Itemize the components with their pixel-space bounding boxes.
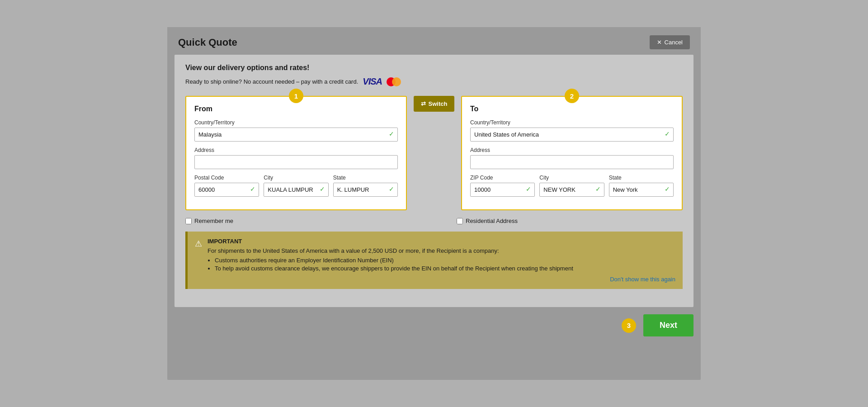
to-country-check: ✓ <box>665 130 670 137</box>
important-box: ⚠ IMPORTANT For shipments to the United … <box>185 232 683 289</box>
to-title: To <box>470 105 674 113</box>
delivery-title: View our delivery options and rates! <box>185 64 683 72</box>
from-city-group: City ✓ <box>264 175 328 197</box>
to-address-group: Address <box>470 147 674 169</box>
from-address-input[interactable] <box>194 155 398 169</box>
dont-show-anchor[interactable]: Don't show me this again <box>610 276 675 283</box>
important-bullet-2: To help avoid customs clearance delays, … <box>215 265 675 272</box>
mastercard-icon <box>387 77 402 87</box>
from-badge: 1 <box>289 89 303 103</box>
to-state-input[interactable] <box>609 183 674 197</box>
residential-section: Residential Address <box>411 218 683 224</box>
remember-me-label: Remember me <box>194 218 233 224</box>
bottom-row: 3 Next <box>167 314 701 344</box>
from-country-label: Country/Territory <box>194 119 398 126</box>
to-country-input[interactable] <box>470 128 674 142</box>
to-zip-group: ZIP Code ✓ <box>470 175 535 197</box>
from-state-group: State ✓ <box>333 175 398 197</box>
to-country-group: Country/Territory ✓ <box>470 119 674 142</box>
from-country-input[interactable] <box>194 128 398 142</box>
from-postal-input[interactable] <box>194 183 259 197</box>
from-inline-fields: Postal Code ✓ City ✓ State ✓ <box>194 175 398 202</box>
address-row: 1 From Country/Territory ✓ Address Posta… <box>185 96 683 210</box>
cancel-button[interactable]: ✕ Cancel <box>650 35 690 49</box>
next-button[interactable]: Next <box>643 314 693 336</box>
visa-logo: VISA <box>363 76 382 87</box>
important-bullet-1: Customs authorities require an Employer … <box>215 257 675 264</box>
important-title: IMPORTANT <box>208 238 675 245</box>
from-city-input[interactable] <box>264 183 328 197</box>
warning-icon: ⚠ <box>195 239 202 249</box>
from-postal-label: Postal Code <box>194 175 259 181</box>
important-text: For shipments to the United States of Am… <box>208 247 675 254</box>
to-country-label: Country/Territory <box>470 119 674 126</box>
from-country-group: Country/Territory ✓ <box>194 119 398 142</box>
to-inline-fields: ZIP Code ✓ City ✓ State ✓ <box>470 175 674 202</box>
to-city-input[interactable] <box>539 183 604 197</box>
from-postal-check: ✓ <box>250 185 255 193</box>
checkbox-row: Remember me Residential Address <box>185 218 683 224</box>
from-section: 1 From Country/Territory ✓ Address Posta… <box>185 96 407 210</box>
from-title: From <box>194 105 398 113</box>
to-state-group: State ✓ <box>609 175 674 197</box>
to-state-check: ✓ <box>665 185 670 193</box>
to-city-label: City <box>539 175 604 181</box>
from-postal-group: Postal Code ✓ <box>194 175 259 197</box>
remember-me-section: Remember me <box>185 218 411 224</box>
switch-arrows-icon: ⇄ <box>421 100 426 107</box>
from-city-check: ✓ <box>320 185 325 193</box>
step3-badge: 3 <box>622 318 636 333</box>
from-country-check: ✓ <box>389 130 394 137</box>
cancel-icon: ✕ <box>657 39 662 46</box>
to-zip-input[interactable] <box>470 183 535 197</box>
modal-title: Quick Quote <box>178 37 237 48</box>
to-state-label: State <box>609 175 674 181</box>
residential-checkbox[interactable] <box>457 218 463 224</box>
from-state-label: State <box>333 175 398 181</box>
payment-text: Ready to ship online? No account needed … <box>185 78 358 85</box>
from-address-group: Address <box>194 147 398 169</box>
important-content: IMPORTANT For shipments to the United St… <box>208 238 675 283</box>
quick-quote-modal: Quick Quote ✕ Cancel View our delivery o… <box>167 27 701 380</box>
switch-column: ⇄ Switch <box>416 96 452 112</box>
to-section: 2 To Country/Territory ✓ Address ZIP Cod… <box>461 96 683 210</box>
to-city-check: ✓ <box>595 185 601 193</box>
important-list: Customs authorities require an Employer … <box>215 257 675 272</box>
dont-show-link: Don't show me this again <box>208 275 675 283</box>
to-address-input[interactable] <box>470 155 674 169</box>
to-city-group: City ✓ <box>539 175 604 197</box>
from-address-label: Address <box>194 147 398 153</box>
mastercard-right-circle <box>392 77 401 86</box>
to-address-label: Address <box>470 147 674 153</box>
from-city-label: City <box>264 175 328 181</box>
payment-line: Ready to ship online? No account needed … <box>185 76 683 87</box>
remember-me-checkbox[interactable] <box>185 218 192 224</box>
switch-button[interactable]: ⇄ Switch <box>414 96 455 112</box>
to-zip-label: ZIP Code <box>470 175 535 181</box>
to-badge: 2 <box>565 89 579 103</box>
modal-body: View our delivery options and rates! Rea… <box>175 55 693 307</box>
residential-label: Residential Address <box>466 218 518 224</box>
from-state-input[interactable] <box>333 183 398 197</box>
to-zip-check: ✓ <box>526 185 531 193</box>
from-state-check: ✓ <box>389 185 394 193</box>
modal-header: Quick Quote ✕ Cancel <box>167 27 701 55</box>
